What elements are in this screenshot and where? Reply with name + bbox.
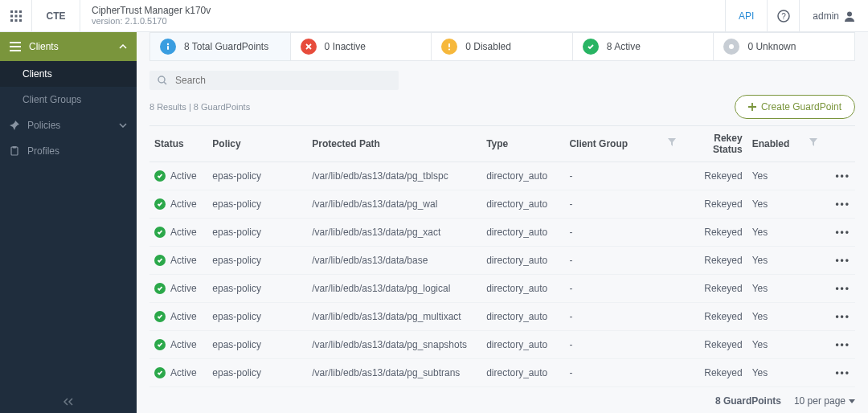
table-row[interactable]: Activeepas-policy/var/lib/edb/as13/data/…	[149, 331, 855, 359]
table-row[interactable]: Activeepas-policy/var/lib/edb/as13/data/…	[149, 219, 855, 247]
table-row[interactable]: Activeepas-policy/var/lib/edb/as13/data/…	[149, 190, 855, 219]
search-input[interactable]	[174, 74, 391, 87]
path-cell: /var/lib/edb/as13/data/base	[307, 247, 481, 275]
svg-rect-0	[10, 10, 13, 13]
check-circle-icon	[583, 39, 599, 55]
policy-cell: epas-policy	[207, 247, 307, 275]
app-shell: Clients Clients Client Groups Policies P…	[0, 32, 868, 413]
card-inactive[interactable]: 0 Inactive	[291, 32, 432, 61]
per-page-dropdown[interactable]: 10 per page	[794, 395, 855, 407]
table-row[interactable]: Activeepas-policy/var/lib/edb/as13/data/…	[149, 162, 855, 190]
row-actions-menu[interactable]: •••	[835, 170, 850, 182]
sidebar-item-label: Policies	[27, 120, 60, 131]
row-actions-menu[interactable]: •••	[835, 311, 850, 322]
cte-home-button[interactable]: CTE	[32, 0, 80, 32]
row-actions-menu[interactable]: •••	[835, 227, 850, 238]
api-link[interactable]: API	[725, 0, 767, 32]
filter-icon[interactable]	[668, 138, 676, 146]
sidebar-collapse-button[interactable]	[0, 391, 137, 413]
sidebar-item-label: Client Groups	[23, 94, 81, 105]
table-row[interactable]: Activeepas-policy/var/lib/edb/as13/data/…	[149, 247, 855, 275]
help-icon: ?	[777, 10, 790, 22]
enabled-cell: Yes	[747, 303, 822, 331]
row-actions-menu[interactable]: •••	[835, 283, 850, 294]
group-cell: -	[564, 303, 681, 331]
col-type[interactable]: Type	[481, 126, 564, 162]
apps-launcher-button[interactable]	[0, 0, 32, 32]
table-row[interactable]: Activeepas-policy/var/lib/edb/as13/data/…	[149, 359, 855, 387]
group-cell: -	[564, 247, 681, 275]
table-header-row: Status Policy Protected Path Type Client…	[149, 126, 855, 162]
sidebar-item-client-groups[interactable]: Client Groups	[0, 87, 137, 112]
group-cell: -	[564, 331, 681, 359]
check-circle-icon	[154, 339, 166, 350]
col-status[interactable]: Status	[149, 126, 207, 162]
card-disabled[interactable]: 0 Disabled	[432, 32, 573, 61]
sidebar-item-profiles[interactable]: Profiles	[0, 138, 137, 164]
svg-rect-13	[10, 46, 21, 47]
svg-rect-14	[10, 50, 21, 51]
sidebar: Clients Clients Client Groups Policies P…	[0, 32, 137, 413]
row-actions-menu[interactable]: •••	[835, 198, 850, 210]
check-circle-icon	[154, 367, 166, 378]
sidebar-section-clients[interactable]: Clients	[0, 32, 137, 61]
card-unknown[interactable]: 0 Unknown	[714, 32, 855, 61]
svg-rect-7	[14, 19, 17, 22]
search-box[interactable]	[149, 71, 399, 90]
apps-grid-icon	[10, 10, 22, 22]
top-bar: CTE CipherTrust Manager k170v version: 2…	[0, 0, 868, 32]
sidebar-item-clients[interactable]: Clients	[0, 61, 137, 87]
card-text: 0 Disabled	[465, 41, 511, 52]
filter-icon[interactable]	[809, 138, 817, 146]
card-total-guardpoints[interactable]: 8 Total GuardPoints	[149, 32, 291, 61]
status-text: Active	[170, 339, 197, 350]
enabled-cell: Yes	[747, 162, 822, 190]
type-cell: directory_auto	[481, 219, 564, 247]
svg-rect-12	[10, 42, 21, 43]
svg-rect-2	[19, 10, 22, 13]
chevron-up-icon	[119, 44, 127, 49]
table-row[interactable]: Activeepas-policy/var/lib/edb/as13/data/…	[149, 275, 855, 303]
card-active[interactable]: 8 Active	[573, 32, 714, 61]
chevron-down-icon	[119, 123, 127, 128]
plus-icon	[748, 103, 756, 111]
path-cell: /var/lib/edb/as13/data/pg_wal	[307, 190, 481, 219]
enabled-cell: Yes	[747, 219, 822, 247]
group-cell: -	[564, 162, 681, 190]
product-version: version: 2.1.0.5170	[92, 16, 211, 27]
row-actions-menu[interactable]: •••	[835, 339, 850, 350]
results-count: 8 Results | 8 GuardPoints	[149, 102, 250, 112]
create-guardpoint-button[interactable]: Create GuardPoint	[735, 95, 855, 119]
col-path[interactable]: Protected Path	[307, 126, 481, 162]
col-enabled[interactable]: Enabled	[747, 126, 822, 162]
sidebar-item-policies[interactable]: Policies	[0, 112, 137, 138]
unknown-icon	[723, 39, 739, 55]
type-cell: directory_auto	[481, 359, 564, 387]
status-text: Active	[170, 367, 197, 378]
svg-rect-4	[14, 14, 17, 17]
type-cell: directory_auto	[481, 275, 564, 303]
user-label: admin	[813, 10, 839, 22]
col-actions	[822, 126, 855, 162]
row-actions-menu[interactable]: •••	[835, 367, 850, 378]
help-button[interactable]: ?	[767, 0, 799, 32]
enabled-cell: Yes	[747, 275, 822, 303]
table-row[interactable]: Activeepas-policy/var/lib/edb/as13/data/…	[149, 303, 855, 331]
warning-icon	[441, 39, 457, 55]
user-menu[interactable]: admin	[799, 0, 868, 32]
rekey-cell: Rekeyed	[681, 275, 747, 303]
col-rekey[interactable]: Rekey Status	[681, 126, 747, 162]
rekey-cell: Rekeyed	[681, 331, 747, 359]
per-page-label: 10 per page	[794, 395, 845, 407]
check-circle-icon	[154, 198, 166, 210]
col-policy[interactable]: Policy	[207, 126, 307, 162]
status-cell: Active	[154, 311, 203, 322]
row-actions-menu[interactable]: •••	[835, 255, 850, 266]
rekey-cell: Rekeyed	[681, 190, 747, 219]
svg-rect-16	[13, 146, 16, 148]
col-group[interactable]: Client Group	[564, 126, 681, 162]
group-cell: -	[564, 275, 681, 303]
create-button-label: Create GuardPoint	[761, 101, 841, 112]
list-meta-row: 8 Results | 8 GuardPoints Create GuardPo…	[149, 95, 855, 119]
enabled-cell: Yes	[747, 247, 822, 275]
